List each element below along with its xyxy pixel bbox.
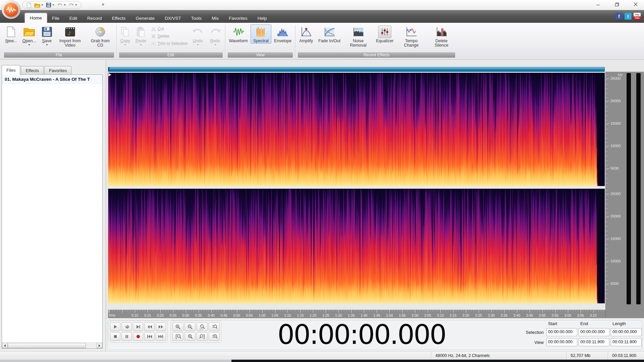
delete-silence-button[interactable]: Delete Silence (426, 24, 457, 48)
dropdown-arrow-icon[interactable] (28, 44, 30, 46)
ruler-label: 1:45 (373, 313, 380, 317)
rewind-button[interactable] (144, 322, 155, 331)
view-end-field[interactable]: 00:03:11.900 (579, 338, 609, 346)
maximize-button[interactable] (612, 1, 622, 8)
dropdown-arrow-icon[interactable] (46, 44, 48, 46)
redo-dropdown-icon[interactable] (75, 4, 77, 6)
playhead-line[interactable] (108, 73, 108, 303)
envelope-view-button[interactable]: Envelope (271, 24, 294, 44)
zoom-selection-start-button[interactable] (172, 332, 183, 341)
tab-effects[interactable]: Effects (107, 14, 131, 23)
delete-button[interactable]: Delete (151, 33, 188, 39)
open-dropdown-icon[interactable] (41, 4, 43, 6)
save-button[interactable]: Save (39, 24, 55, 46)
zoom-selection-end-button[interactable] (197, 332, 208, 341)
tab-tools[interactable]: Tools (186, 14, 207, 23)
zoom-vertical-out-button[interactable] (209, 332, 220, 341)
save-dropdown-icon[interactable] (52, 4, 54, 6)
go-to-start-button[interactable] (144, 332, 155, 341)
noise-removal-button[interactable]: Noise Removal (343, 24, 373, 48)
redo-button[interactable] (68, 2, 78, 8)
view-length-field[interactable]: 00:03:11.900 (611, 338, 642, 346)
import-from-video-button[interactable]: ♪ Import from Video (55, 24, 85, 48)
amplify-button[interactable]: Amplify (297, 24, 316, 44)
file-list-item[interactable]: 01. Makaya McCraven - A Slice Of The T (2, 75, 102, 84)
playhead-marker-icon[interactable] (108, 73, 111, 76)
scrollbar-thumb[interactable] (8, 343, 86, 348)
facebook-icon[interactable]: f (615, 13, 623, 20)
tab-edit[interactable]: Edit (64, 14, 82, 23)
spectrogram-channel-2[interactable] (108, 189, 605, 303)
pause-button[interactable] (121, 332, 132, 341)
tab-mix[interactable]: Mix (207, 14, 224, 23)
open-button[interactable] (34, 2, 44, 8)
scroll-right-button[interactable] (97, 343, 102, 348)
tab-help[interactable]: Help (253, 14, 272, 23)
zoom-out-button[interactable] (184, 322, 196, 331)
zoom-in-button[interactable] (172, 322, 183, 331)
youtube-icon[interactable]: You Tube (634, 13, 641, 20)
app-logo[interactable] (2, 0, 20, 19)
play-button[interactable] (110, 322, 120, 331)
seek-overview-bar[interactable] (108, 67, 605, 72)
group-separator (116, 25, 117, 57)
undo-dropdown-icon[interactable] (64, 4, 66, 6)
view-start-field[interactable]: 00:00:00.000 (546, 338, 577, 346)
minimize-button[interactable] (593, 1, 603, 8)
tempo-change-button[interactable]: Tempo Change (396, 24, 426, 48)
zoom-selection-button[interactable] (184, 332, 196, 341)
app-logo-waveform-icon (4, 2, 18, 17)
tab-generate[interactable]: Generate (131, 14, 160, 23)
undo-button[interactable] (56, 2, 66, 8)
fade-in-out-button[interactable]: Fade In/Out (316, 24, 343, 44)
go-to-end-button[interactable] (156, 332, 166, 341)
spectrogram-channel-1[interactable] (108, 73, 605, 186)
trim-to-selection-button[interactable]: Trim to Selection (151, 41, 188, 47)
scroll-left-button[interactable] (2, 343, 8, 348)
fast-forward-button[interactable] (156, 322, 166, 331)
file-list-horizontal-scrollbar[interactable] (2, 343, 102, 348)
sidebar-tab-favorites[interactable]: Favorites (44, 66, 71, 74)
tab-dx-vst[interactable]: DX/VST (160, 14, 186, 23)
stop-button[interactable] (110, 332, 120, 341)
open-button[interactable]: Open... (20, 24, 39, 46)
zoom-100-button[interactable]: 100 (197, 322, 208, 331)
sidebar-tab-effects[interactable]: Effects (21, 66, 44, 74)
paste-button[interactable]: Paste (133, 24, 149, 46)
tab-home[interactable]: Home (25, 13, 47, 23)
zoom-vertical-in-button[interactable] (209, 322, 220, 331)
tab-record[interactable]: Record (82, 14, 107, 23)
freq-tick-mark (606, 194, 609, 194)
new-file-button[interactable] (26, 2, 32, 8)
play-to-end-button[interactable] (133, 322, 143, 331)
bottom-controls: 100 00:00:00.000 Start End Length Select… (106, 318, 644, 351)
customize-quick-access-button[interactable] (101, 2, 105, 7)
tab-file[interactable]: File (47, 14, 64, 23)
record-button[interactable] (133, 332, 143, 341)
freq-tick-mark (606, 216, 609, 217)
sidebar-tab-files[interactable]: Files (2, 65, 20, 75)
grab-from-cd-button[interactable]: Grab from CD (85, 24, 115, 48)
redo-ribbon-button[interactable]: Redo (207, 24, 224, 46)
copy-button[interactable]: Copy (118, 24, 133, 46)
twitter-icon[interactable]: t (625, 13, 632, 20)
file-list: 01. Makaya McCraven - A Slice Of The T (2, 74, 103, 349)
spectral-view-button[interactable]: Spectral (251, 24, 271, 44)
equalizer-button[interactable]: Equalizer (373, 24, 396, 44)
close-button[interactable] (631, 1, 641, 8)
save-button[interactable] (45, 2, 55, 8)
tab-favorites[interactable]: Favorites (224, 14, 253, 23)
cut-button[interactable]: Cut (151, 26, 188, 32)
undo-ribbon-button[interactable]: Undo (189, 24, 207, 46)
selection-start-field[interactable]: 00:00:00.000 (546, 328, 577, 336)
loop-button[interactable] (121, 322, 132, 331)
ruler-label: 0:20 (157, 313, 164, 317)
selection-end-field[interactable]: 00:00:00.000 (579, 328, 609, 336)
selection-row-label: Selection (522, 330, 545, 335)
transport-controls (108, 321, 168, 343)
selection-length-field[interactable]: 00:00:00.000 (611, 328, 642, 336)
rewind-icon (147, 324, 152, 329)
waveform-view-button[interactable]: Waveform (226, 24, 251, 44)
new-button[interactable]: New... (3, 24, 20, 44)
time-ruler[interactable]: hms 0:100:150:200:250:300:350:400:450:50… (108, 310, 605, 318)
